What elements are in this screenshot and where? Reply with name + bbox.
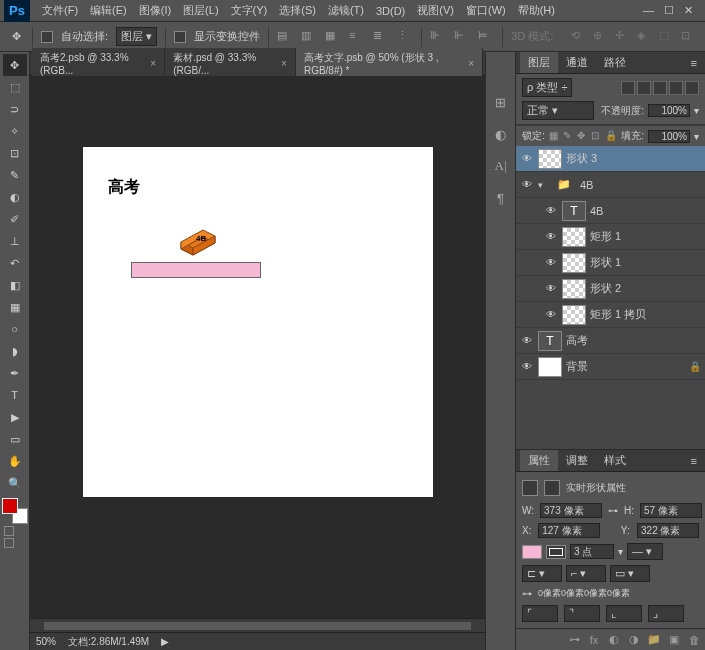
- tab-styles[interactable]: 样式: [596, 450, 634, 471]
- fill-swatch[interactable]: [522, 545, 542, 559]
- lock-pixels-icon[interactable]: ✎: [563, 130, 575, 142]
- menu-type[interactable]: 文字(Y): [225, 3, 274, 18]
- hand-tool[interactable]: ✋: [3, 450, 27, 472]
- opacity-input[interactable]: 100%: [648, 104, 690, 117]
- shape-tool[interactable]: ▭: [3, 428, 27, 450]
- tab-doc-3[interactable]: 高考文字.psb @ 50% (形状 3 , RGB/8#) *×: [296, 48, 483, 79]
- x-input[interactable]: [538, 523, 600, 538]
- maximize-button[interactable]: ☐: [664, 4, 674, 17]
- visibility-icon[interactable]: 👁: [544, 282, 558, 296]
- align-icon-5[interactable]: ≣: [373, 29, 389, 45]
- corner-tr[interactable]: ⌝: [564, 605, 600, 622]
- layer-rect1[interactable]: 👁 矩形 1: [516, 224, 705, 250]
- tab-paths[interactable]: 路径: [596, 52, 634, 73]
- layer-text-gaokao[interactable]: 👁 T 高考: [516, 328, 705, 354]
- layer-text-4b[interactable]: 👁 T 4B: [516, 198, 705, 224]
- status-arrow-icon[interactable]: ▶: [161, 636, 169, 647]
- mask-icon[interactable]: ◐: [607, 633, 621, 647]
- trash-icon[interactable]: 🗑: [687, 633, 701, 647]
- tab-layers[interactable]: 图层: [520, 52, 558, 73]
- tab-adjustments[interactable]: 调整: [558, 450, 596, 471]
- canvas-area[interactable]: 高考 4B: [30, 76, 485, 618]
- align-icon-3[interactable]: ▦: [325, 29, 341, 45]
- eraser-tool[interactable]: ◧: [3, 274, 27, 296]
- filter-adjust-icon[interactable]: [637, 81, 651, 95]
- link-wh-icon[interactable]: ⊶: [608, 505, 618, 516]
- close-icon[interactable]: ×: [150, 58, 156, 69]
- auto-select-mode[interactable]: 图层 ▾: [116, 27, 157, 46]
- height-input[interactable]: [640, 503, 702, 518]
- visibility-icon[interactable]: 👁: [520, 360, 534, 374]
- expand-icon[interactable]: ▾: [538, 180, 548, 190]
- panel-menu-icon[interactable]: ≡: [687, 57, 701, 69]
- canvas[interactable]: 高考 4B: [83, 147, 433, 497]
- width-input[interactable]: [540, 503, 602, 518]
- close-button[interactable]: ✕: [684, 4, 693, 17]
- menu-help[interactable]: 帮助(H): [512, 3, 561, 18]
- menu-window[interactable]: 窗口(W): [460, 3, 512, 18]
- layer-shape2[interactable]: 👁 形状 2: [516, 276, 705, 302]
- healing-tool[interactable]: ◐: [3, 186, 27, 208]
- lasso-tool[interactable]: ⊃: [3, 98, 27, 120]
- dodge-tool[interactable]: ◗: [3, 340, 27, 362]
- tab-channels[interactable]: 通道: [558, 52, 596, 73]
- screen-mode-toggle[interactable]: [4, 538, 14, 548]
- color-swatches[interactable]: [2, 498, 28, 524]
- tab-doc-2[interactable]: 素材.psd @ 33.3%(RGB/...×: [165, 48, 296, 79]
- history-panel-icon[interactable]: ⊞: [491, 92, 511, 112]
- menu-file[interactable]: 文件(F): [36, 3, 84, 18]
- visibility-icon[interactable]: 👁: [544, 204, 558, 218]
- gradient-tool[interactable]: ▦: [3, 296, 27, 318]
- layer-name[interactable]: 高考: [566, 333, 701, 348]
- show-transform-checkbox[interactable]: [174, 31, 186, 43]
- type-tool[interactable]: T: [3, 384, 27, 406]
- layer-name[interactable]: 4B: [590, 205, 701, 217]
- crop-tool[interactable]: ⊡: [3, 142, 27, 164]
- foreground-color[interactable]: [2, 498, 18, 514]
- layer-name[interactable]: 形状 3: [566, 151, 701, 166]
- align-select[interactable]: ▭ ▾: [610, 565, 650, 582]
- history-brush-tool[interactable]: ↶: [3, 252, 27, 274]
- horizontal-scrollbar[interactable]: [30, 618, 485, 632]
- eyedropper-tool[interactable]: ✎: [3, 164, 27, 186]
- menu-view[interactable]: 视图(V): [411, 3, 460, 18]
- new-layer-icon[interactable]: ▣: [667, 633, 681, 647]
- filter-shape-icon[interactable]: [669, 81, 683, 95]
- align-icon-6[interactable]: ⋮: [397, 29, 413, 45]
- menu-filter[interactable]: 滤镜(T): [322, 3, 370, 18]
- layer-name[interactable]: 4B: [580, 179, 701, 191]
- layer-thumb[interactable]: [562, 305, 586, 325]
- layer-background[interactable]: 👁 背景 🔒: [516, 354, 705, 380]
- menu-select[interactable]: 选择(S): [273, 3, 322, 18]
- visibility-icon[interactable]: 👁: [520, 152, 534, 166]
- stroke-width-input[interactable]: [570, 544, 614, 559]
- dropdown-icon[interactable]: ▾: [694, 105, 699, 116]
- filter-pixel-icon[interactable]: [621, 81, 635, 95]
- align-icon-2[interactable]: ▥: [301, 29, 317, 45]
- link-layers-icon[interactable]: ⊶: [567, 633, 581, 647]
- adjustment-icon[interactable]: ◑: [627, 633, 641, 647]
- dropdown-icon[interactable]: ▾: [618, 546, 623, 557]
- auto-select-checkbox[interactable]: [41, 31, 53, 43]
- close-icon[interactable]: ×: [281, 58, 287, 69]
- stamp-tool[interactable]: ⊥: [3, 230, 27, 252]
- quick-mask-toggle[interactable]: [4, 526, 14, 536]
- tab-doc-1[interactable]: 高考2.psb @ 33.3%(RGB...×: [32, 48, 165, 79]
- close-icon[interactable]: ×: [468, 58, 474, 69]
- blend-mode-select[interactable]: 正常 ▾: [522, 101, 594, 120]
- marquee-tool[interactable]: ⬚: [3, 76, 27, 98]
- stroke-swatch[interactable]: [546, 545, 566, 559]
- layer-rect1copy[interactable]: 👁 矩形 1 拷贝: [516, 302, 705, 328]
- layer-name[interactable]: 形状 1: [590, 255, 701, 270]
- stroke-style-select[interactable]: — ▾: [627, 543, 663, 560]
- layer-shape3[interactable]: 👁 形状 3: [516, 146, 705, 172]
- move-tool[interactable]: ✥: [3, 54, 27, 76]
- y-input[interactable]: [637, 523, 699, 538]
- group-icon[interactable]: 📁: [647, 633, 661, 647]
- filter-kind-select[interactable]: ρ 类型 ÷: [522, 78, 572, 97]
- visibility-icon[interactable]: 👁: [520, 334, 534, 348]
- paragraph-panel-icon[interactable]: ¶: [491, 188, 511, 208]
- visibility-icon[interactable]: 👁: [544, 256, 558, 270]
- zoom-level[interactable]: 50%: [36, 636, 56, 647]
- lock-icon[interactable]: 🔒: [689, 361, 701, 372]
